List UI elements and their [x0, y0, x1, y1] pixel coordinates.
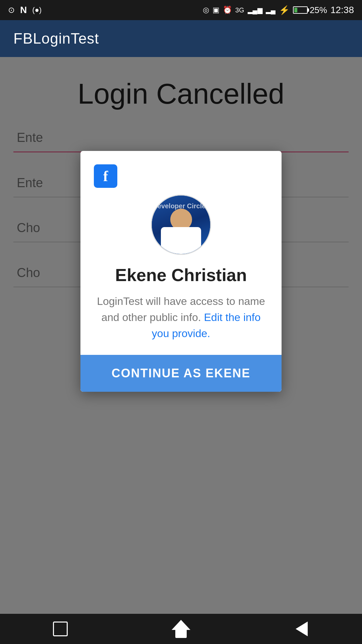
permission-text: LoginTest will have access to name and o…: [94, 293, 268, 341]
facebook-logo-icon: f: [94, 164, 117, 188]
whatsapp-icon: ⊙: [8, 5, 15, 15]
n-notification-icon: N: [20, 5, 27, 15]
signal-bars2-icon: ▂▄: [266, 6, 276, 14]
battery-icon: [293, 6, 308, 14]
alarm-icon: ⏰: [223, 6, 232, 14]
bolt-icon: ⚡: [279, 5, 290, 15]
signal-bars-icon: ▂▄▆: [248, 6, 262, 14]
app-bar: FBLoginTest: [0, 20, 362, 57]
battery-percent: 25%: [310, 5, 327, 15]
avatar-placeholder: Developer Circles: [152, 196, 210, 254]
recents-icon: [53, 622, 68, 636]
battery-container: 25%: [293, 5, 327, 15]
status-right-icons: ◎ ▣ ⏰ 3G ▂▄▆ ▂▄ ⚡ 25% 12:38: [203, 5, 354, 15]
user-avatar: Developer Circles: [151, 195, 211, 255]
navigation-bar: [0, 614, 362, 644]
location-icon: ◎: [203, 6, 209, 14]
fb-logo-box: f: [94, 164, 117, 188]
network-3g-icon: 3G: [235, 6, 244, 14]
home-button[interactable]: [171, 619, 191, 639]
phone-icon: ▣: [213, 6, 220, 14]
continue-as-user-button[interactable]: CONTINUE AS EKENE: [80, 355, 282, 392]
recents-button[interactable]: [50, 619, 70, 639]
facebook-login-dialog: f Developer Circles Ekene Christian: [80, 151, 282, 392]
app-title: FBLoginTest: [13, 30, 99, 47]
status-left-icons: ⊙ N (●): [8, 5, 42, 15]
battery-fill: [294, 8, 297, 12]
continue-button-label: CONTINUE AS EKENE: [112, 366, 251, 380]
back-button[interactable]: [292, 619, 312, 639]
main-content: Login Cancelled OR f Continue with Faceb…: [0, 57, 362, 614]
back-icon: [296, 622, 308, 636]
user-name: Ekene Christian: [115, 265, 247, 285]
clock: 12:38: [330, 5, 354, 15]
status-bar: ⊙ N (●) ◎ ▣ ⏰ 3G ▂▄▆ ▂▄ ⚡ 25% 12:38: [0, 0, 362, 20]
signal-icon: (●): [32, 6, 42, 14]
dialog-body: f Developer Circles Ekene Christian: [80, 151, 282, 355]
